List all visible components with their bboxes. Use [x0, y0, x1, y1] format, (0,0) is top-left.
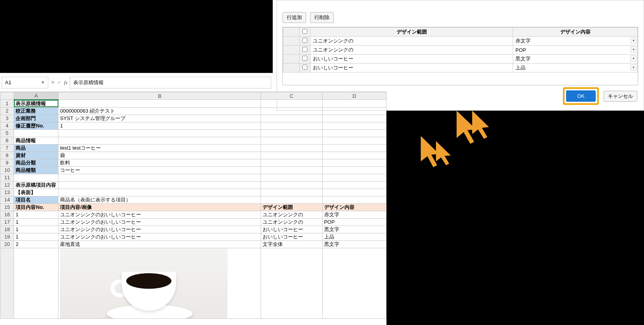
cell-B15[interactable]: 項目内容/画像	[58, 203, 261, 211]
cell-A9[interactable]: 商品分類	[14, 159, 58, 166]
row-header[interactable]: 10	[0, 166, 14, 174]
cell-B18[interactable]: ユニオンシンクのおいしいコーヒー	[58, 226, 261, 233]
cell-C14[interactable]	[261, 196, 322, 203]
cell-A6[interactable]: 商品情報	[14, 137, 58, 144]
cell-C20[interactable]: 文字全体	[261, 240, 322, 248]
cell-D9[interactable]	[322, 159, 386, 166]
cell-B5[interactable]	[58, 129, 261, 137]
cell-C5[interactable]	[261, 129, 322, 137]
cell-A18[interactable]: 1	[14, 226, 58, 233]
cell-D6[interactable]	[322, 137, 386, 144]
row-header[interactable]: 18	[0, 226, 14, 233]
dialog-row-checkbox[interactable]	[302, 38, 307, 43]
cell-C3[interactable]	[261, 115, 322, 122]
cell-B13[interactable]	[58, 189, 261, 196]
cell-A16[interactable]: 1	[14, 211, 58, 218]
dropdown-arrow-icon[interactable]: ▾	[630, 55, 637, 62]
cell-C17[interactable]: ユニオンシンクの	[261, 218, 322, 226]
dialog-cell-range[interactable]: ユニオンシンクの	[311, 46, 513, 55]
cell-D18[interactable]: 黒文字	[322, 226, 386, 233]
sheet-corner[interactable]	[0, 92, 14, 100]
cell-B10[interactable]: コーヒー	[58, 166, 261, 174]
dialog-cell-range[interactable]: おいしいコーヒー	[311, 55, 513, 64]
dialog-row[interactable]: おいしいコーヒー 黒文字▾	[283, 55, 638, 64]
formula-cancel-icon[interactable]: ✕	[51, 79, 55, 85]
row-header[interactable]: 15	[0, 203, 14, 211]
cell-A15[interactable]: 項目内容No.	[14, 203, 58, 211]
cell-D11[interactable]	[322, 174, 386, 181]
cell-D2[interactable]	[322, 107, 386, 115]
cell-A14[interactable]: 項目名	[14, 196, 58, 203]
cell-C19[interactable]: おいしいコーヒー	[261, 233, 322, 240]
dropdown-arrow-icon[interactable]: ▾	[630, 64, 637, 71]
row-header[interactable]: 4	[0, 122, 14, 129]
row-header[interactable]: 16	[0, 211, 14, 218]
dialog-cell-content[interactable]: POP▾	[513, 46, 638, 55]
cell-A12[interactable]: 表示原稿項目内容	[14, 181, 58, 189]
cell-A7[interactable]: 商品	[14, 144, 58, 152]
spreadsheet[interactable]: ABCD1表示原稿情報2校正業務0000000063 紹介テスト3企画部門SYS…	[0, 92, 386, 325]
cell-C12[interactable]	[261, 181, 322, 189]
cell-D13[interactable]	[322, 189, 386, 196]
column-header-C[interactable]: C	[261, 92, 322, 100]
dialog-row[interactable]: ユニオンシンクの POP▾	[283, 46, 638, 55]
cell-B-image[interactable]	[58, 248, 261, 318]
cancel-button[interactable]: キャンセル	[603, 91, 637, 102]
cell-A4[interactable]: 修正履歴No.	[14, 122, 58, 129]
cell-A2[interactable]: 校正業務	[14, 107, 58, 115]
dialog-row[interactable]: ユニオンシンクの 赤文字▾	[283, 37, 638, 46]
cell-D-image[interactable]	[322, 248, 386, 318]
cell-B14[interactable]: 商品名（表面に表示する項目）	[58, 196, 261, 203]
dialog-header-range[interactable]: デザイン範囲	[311, 28, 513, 37]
cell-A3[interactable]: 企画部門	[14, 115, 58, 122]
cell-D16[interactable]: 赤文字	[322, 211, 386, 218]
cell-D20[interactable]: 黒文字	[322, 240, 386, 248]
cell-A8[interactable]: 資材	[14, 152, 58, 159]
dialog-row-checkbox[interactable]	[302, 65, 307, 70]
cell-D5[interactable]	[322, 129, 386, 137]
dialog-cell-content[interactable]: 上品▾	[513, 64, 638, 72]
row-header[interactable]: 7	[0, 144, 14, 152]
cell-B3[interactable]: SYST システム管理グループ	[58, 115, 261, 122]
dialog-row-checkbox[interactable]	[302, 56, 307, 61]
cell-B7[interactable]: test1 testコーヒー	[58, 144, 261, 152]
cell-C15[interactable]: デザイン範囲	[261, 203, 322, 211]
cell-C8[interactable]	[261, 152, 322, 159]
row-header[interactable]: 13	[0, 189, 14, 196]
cell-D7[interactable]	[322, 144, 386, 152]
cell-C16[interactable]: ユニオンシンクの	[261, 211, 322, 218]
cell-B17[interactable]: ユニオンシンクのおいしいコーヒー	[58, 218, 261, 226]
row-header[interactable]: 12	[0, 181, 14, 189]
cell-D8[interactable]	[322, 152, 386, 159]
ok-button[interactable]: OK	[566, 90, 596, 102]
row-header[interactable]: 20	[0, 240, 14, 248]
cell-B6[interactable]	[58, 137, 261, 144]
cell-A19[interactable]: 1	[14, 233, 58, 240]
dialog-cell-content[interactable]: 黒文字▾	[513, 55, 638, 64]
fx-icon[interactable]: fx	[64, 79, 67, 86]
cell-C7[interactable]	[261, 144, 322, 152]
cell-A1[interactable]: 表示原稿情報	[14, 100, 58, 108]
chevron-down-icon[interactable]: ▼	[41, 80, 45, 85]
delete-row-button[interactable]: 行削除	[310, 12, 334, 23]
column-header-A[interactable]: A	[14, 92, 58, 100]
dialog-check-all[interactable]	[300, 28, 311, 37]
cell-D14[interactable]	[322, 196, 386, 203]
dialog-header-content[interactable]: デザイン内容	[513, 28, 638, 37]
column-header-D[interactable]: D	[322, 92, 386, 100]
dialog-cell-range[interactable]: ユニオンシンクの	[311, 37, 513, 46]
cell-B2[interactable]: 0000000063 紹介テスト	[58, 107, 261, 115]
cell-C13[interactable]	[261, 189, 322, 196]
row-header[interactable]: 17	[0, 218, 14, 226]
cell-C2[interactable]	[261, 107, 322, 115]
cell-C11[interactable]	[261, 174, 322, 181]
cell-D4[interactable]	[322, 122, 386, 129]
name-box[interactable]: A1 ▼	[2, 77, 48, 88]
cell-C1[interactable]	[261, 100, 322, 108]
dialog-row-checkbox[interactable]	[302, 47, 307, 52]
cell-B4[interactable]: 1	[58, 122, 261, 129]
cell-C10[interactable]	[261, 166, 322, 174]
cell-A17[interactable]: 1	[14, 218, 58, 226]
row-header[interactable]: 2	[0, 107, 14, 115]
cell-A20[interactable]: 2	[14, 240, 58, 248]
